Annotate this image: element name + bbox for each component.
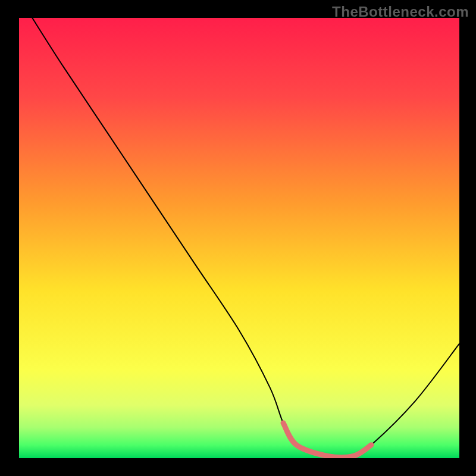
main-curve bbox=[32, 18, 459, 458]
curve-layer bbox=[19, 18, 459, 458]
chart-frame: TheBottleneck.com bbox=[0, 0, 476, 476]
watermark-text: TheBottleneck.com bbox=[332, 4, 469, 20]
accent-segment bbox=[283, 423, 371, 458]
plot-area bbox=[19, 18, 459, 458]
